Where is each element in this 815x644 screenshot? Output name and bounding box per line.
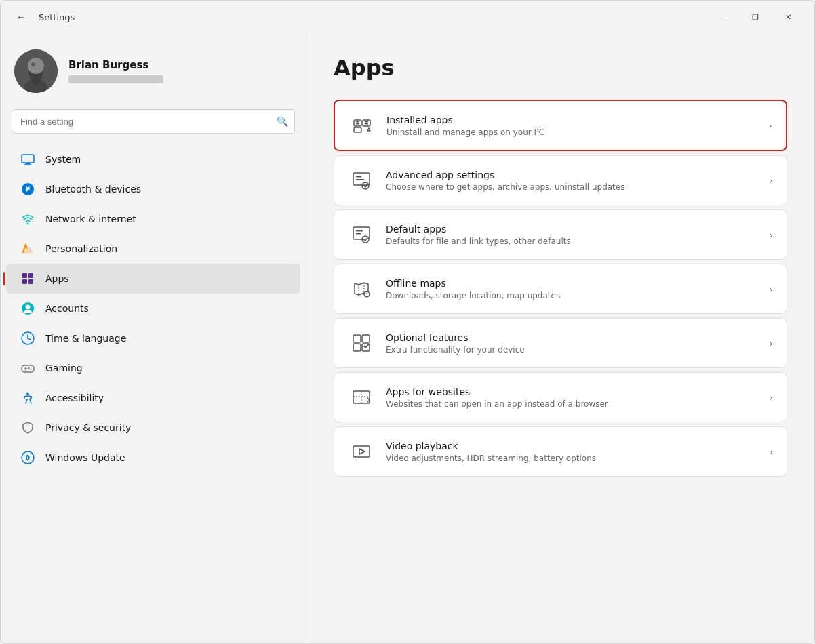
sidebar-item-privacy[interactable]: Privacy & security — [6, 413, 300, 443]
video-playback-title: Video playback — [386, 441, 764, 451]
default-apps-chevron: › — [770, 230, 773, 240]
video-playback-icon — [348, 438, 375, 465]
svg-rect-6 — [24, 165, 32, 165]
default-apps-card[interactable]: Default apps Defaults for file and link … — [334, 209, 787, 260]
svg-rect-26 — [365, 123, 368, 125]
offline-maps-text: Offline maps Downloads, storage location… — [386, 278, 764, 300]
offline-maps-title: Offline maps — [386, 278, 764, 289]
optional-features-icon — [348, 329, 375, 357]
minimize-button[interactable]: — — [707, 6, 738, 28]
window-controls: — ❐ ✕ — [707, 6, 803, 28]
personalization-icon — [20, 241, 36, 257]
user-profile: Brian Burgess — [1, 39, 306, 109]
offline-maps-icon — [348, 275, 375, 302]
sidebar-item-apps[interactable]: Apps — [6, 264, 300, 294]
svg-point-18 — [31, 369, 32, 370]
apps-icon — [20, 270, 36, 287]
content-area: Apps — [306, 33, 814, 643]
sidebar-label-apps: Apps — [45, 273, 287, 284]
installed-apps-icon — [349, 112, 376, 139]
sidebar-item-personalization[interactable]: Personalization — [6, 234, 300, 264]
optional-features-subtitle: Extra functionality for your device — [386, 345, 764, 355]
sidebar-label-windows-update: Windows Update — [45, 452, 287, 463]
svg-rect-4 — [22, 155, 34, 163]
accessibility-icon — [20, 390, 36, 406]
update-icon — [20, 449, 36, 466]
svg-point-1 — [28, 58, 44, 74]
sidebar: Brian Burgess 🔍 System — [1, 33, 306, 643]
search-input[interactable] — [12, 109, 295, 134]
svg-point-33 — [362, 236, 369, 243]
svg-rect-34 — [356, 230, 363, 232]
main-layout: Brian Burgess 🔍 System — [1, 33, 814, 643]
svg-rect-24 — [363, 120, 370, 126]
sidebar-item-network[interactable]: Network & internet — [6, 204, 300, 234]
optional-features-chevron: › — [770, 338, 773, 348]
accounts-icon — [20, 300, 36, 317]
avatar-image — [14, 49, 58, 93]
bluetooth-icon — [20, 181, 36, 197]
network-icon — [20, 211, 36, 227]
back-button[interactable]: ← — [12, 7, 31, 26]
user-subtitle — [68, 75, 163, 83]
installed-apps-subtitle: Uninstall and manage apps on your PC — [386, 127, 763, 137]
maximize-button[interactable]: ❐ — [740, 6, 771, 28]
system-icon — [20, 151, 36, 167]
sidebar-label-time: Time & language — [45, 333, 287, 344]
svg-point-29 — [362, 182, 369, 189]
user-name: Brian Burgess — [68, 59, 163, 71]
sidebar-item-accounts[interactable]: Accounts — [6, 294, 300, 323]
svg-rect-21 — [354, 120, 361, 126]
sidebar-item-system[interactable]: System — [6, 144, 300, 174]
video-playback-card[interactable]: Video playback Video adjustments, HDR st… — [334, 426, 787, 477]
svg-point-8 — [27, 223, 29, 225]
installed-apps-card[interactable]: Installed apps Uninstall and manage apps… — [334, 100, 787, 151]
advanced-app-settings-icon — [348, 167, 375, 194]
optional-features-card[interactable]: Optional features Extra functionality fo… — [334, 318, 787, 368]
svg-rect-31 — [356, 179, 364, 180]
clock-icon — [20, 330, 36, 346]
title-bar-left: ← Settings — [12, 7, 707, 26]
gaming-icon — [20, 360, 36, 376]
svg-rect-10 — [28, 273, 33, 278]
window-title: Settings — [39, 12, 75, 22]
sidebar-item-bluetooth[interactable]: Bluetooth & devices — [6, 174, 300, 204]
installed-apps-title: Installed apps — [386, 115, 763, 125]
video-playback-chevron: › — [770, 447, 773, 457]
svg-rect-23 — [356, 123, 359, 125]
apps-for-websites-title: Apps for websites — [386, 386, 764, 397]
sidebar-item-accessibility[interactable]: Accessibility — [6, 383, 300, 413]
close-button[interactable]: ✕ — [772, 6, 803, 28]
offline-maps-card[interactable]: Offline maps Downloads, storage location… — [334, 264, 787, 314]
default-apps-icon — [348, 221, 375, 248]
sidebar-item-windows-update[interactable]: Windows Update — [6, 443, 300, 472]
svg-rect-38 — [362, 335, 370, 342]
advanced-app-settings-card[interactable]: Advanced app settings Choose where to ge… — [334, 155, 787, 205]
apps-for-websites-subtitle: Websites that can open in an app instead… — [386, 399, 764, 409]
sidebar-item-gaming[interactable]: Gaming — [6, 353, 300, 383]
default-apps-subtitle: Defaults for file and link types, other … — [386, 237, 764, 246]
avatar — [14, 49, 58, 93]
apps-for-websites-card[interactable]: Apps for websites Websites that can open… — [334, 372, 787, 422]
sidebar-label-personalization: Personalization — [45, 243, 287, 254]
advanced-app-settings-chevron: › — [770, 176, 773, 186]
default-apps-title: Default apps — [386, 224, 764, 235]
svg-rect-16 — [22, 365, 34, 372]
video-playback-subtitle: Video adjustments, HDR streaming, batter… — [386, 454, 764, 463]
settings-list: Installed apps Uninstall and manage apps… — [334, 100, 787, 477]
svg-rect-25 — [365, 121, 368, 123]
sidebar-label-gaming: Gaming — [45, 363, 287, 374]
svg-rect-30 — [356, 176, 361, 178]
video-playback-text: Video playback Video adjustments, HDR st… — [386, 441, 764, 463]
advanced-app-settings-subtitle: Choose where to get apps, archive apps, … — [386, 182, 764, 192]
page-title: Apps — [334, 55, 787, 81]
apps-for-websites-icon — [348, 384, 375, 411]
search-box: 🔍 — [12, 109, 295, 134]
sidebar-label-system: System — [45, 154, 287, 165]
offline-maps-subtitle: Downloads, storage location, map updates — [386, 291, 764, 300]
sidebar-item-time[interactable]: Time & language — [6, 323, 300, 353]
user-info: Brian Burgess — [68, 59, 163, 83]
sidebar-label-privacy: Privacy & security — [45, 422, 287, 433]
installed-apps-text: Installed apps Uninstall and manage apps… — [386, 115, 763, 137]
offline-maps-chevron: › — [770, 284, 773, 294]
